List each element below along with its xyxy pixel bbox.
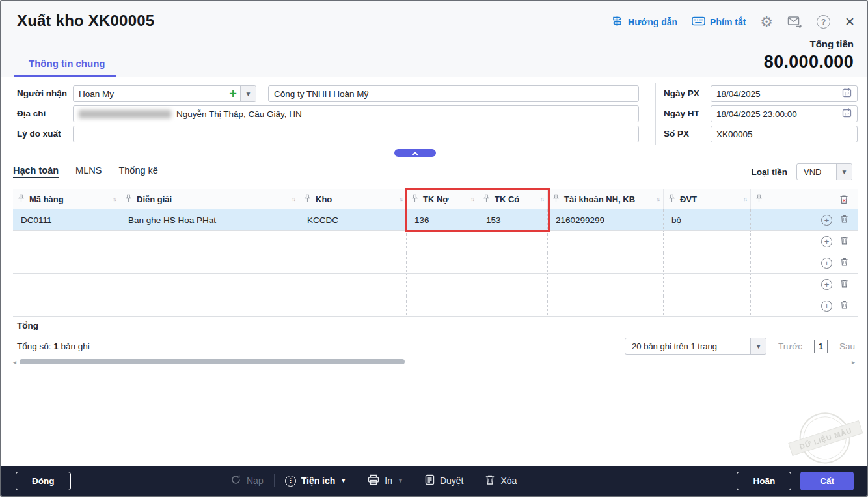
- delete-row-icon[interactable]: [840, 300, 848, 312]
- calendar-icon[interactable]: [842, 108, 852, 120]
- doc-no-input[interactable]: [711, 126, 858, 142]
- collapse-form-button[interactable]: [394, 149, 436, 157]
- recipient-company-input[interactable]: [268, 85, 639, 102]
- date-ht-input[interactable]: 18/04/2025 23:00:00: [711, 105, 858, 122]
- table-row-empty[interactable]: +: [13, 231, 858, 252]
- scroll-left-arrow[interactable]: ◂: [13, 358, 20, 366]
- reload-button[interactable]: Nạp: [230, 474, 264, 487]
- shortcuts-link[interactable]: Phím tắt: [692, 16, 746, 28]
- close-button[interactable]: Đóng: [16, 472, 71, 490]
- pin-icon[interactable]: [412, 194, 418, 204]
- column-header-kho[interactable]: Kho↑↓: [299, 189, 407, 209]
- general-info-form: Người nhận + ▼ Địa chỉ Nguyễn Thị Thập, …: [1, 77, 867, 150]
- sort-icon[interactable]: ↑↓: [113, 196, 116, 202]
- table-row-empty[interactable]: +: [13, 295, 858, 317]
- column-header-empty[interactable]: [751, 189, 800, 209]
- utilities-icon: ⋮: [285, 476, 296, 487]
- recipient-dropdown-arrow[interactable]: ▼: [240, 86, 256, 101]
- total-amount-label: Tổng tiền: [764, 38, 854, 49]
- sort-icon[interactable]: ↑↓: [540, 196, 543, 202]
- scrollbar-thumb[interactable]: [20, 359, 405, 364]
- add-row-icon[interactable]: +: [821, 215, 832, 226]
- total-amount-value: 80.000.000: [764, 52, 854, 72]
- sort-icon[interactable]: ↑↓: [292, 196, 295, 202]
- form-divider: [655, 83, 656, 145]
- add-row-icon[interactable]: +: [821, 236, 832, 247]
- cell-dien-giai[interactable]: Ban ghe HS Hoa PHat: [120, 209, 299, 230]
- scrollbar-track[interactable]: [20, 359, 848, 364]
- pin-icon[interactable]: [305, 194, 310, 204]
- pin-icon[interactable]: [126, 194, 131, 204]
- cell-tk-co[interactable]: 153: [478, 209, 548, 230]
- send-feedback-icon[interactable]: [787, 16, 802, 28]
- column-header-ma-hang[interactable]: Mã hàng↑↓: [13, 189, 120, 209]
- close-icon[interactable]: ✕: [845, 14, 855, 29]
- recipient-combobox[interactable]: + ▼: [73, 85, 256, 102]
- table-row[interactable]: DC0111 Ban ghe HS Hoa PHat KCCDC 136 153…: [13, 209, 858, 231]
- add-recipient-icon[interactable]: +: [226, 86, 240, 101]
- chevron-down-icon[interactable]: ▼: [398, 477, 403, 484]
- pin-icon[interactable]: [756, 194, 762, 204]
- window-header: Xuất kho XK00005 Hướng dẫn Phím tắt: [1, 1, 867, 77]
- column-header-dien-giai[interactable]: Diễn giải↑↓: [120, 189, 299, 209]
- settings-gear-icon[interactable]: ⚙: [760, 15, 773, 29]
- document-icon: [425, 474, 435, 487]
- currency-select[interactable]: VND ▼: [796, 163, 852, 180]
- column-header-tk-co[interactable]: TK Có↑↓: [478, 189, 548, 209]
- pin-icon[interactable]: [483, 194, 489, 204]
- scroll-right-arrow[interactable]: ▸: [848, 358, 855, 366]
- calendar-icon[interactable]: [842, 88, 852, 100]
- sort-icon[interactable]: ↑↓: [743, 196, 746, 202]
- add-row-icon[interactable]: +: [821, 301, 832, 312]
- accounting-grid: Mã hàng↑↓ Diễn giải↑↓ Kho↑↓ TK Nợ↑↓ TK C…: [13, 189, 858, 334]
- cell-tk-no[interactable]: 136: [407, 209, 478, 230]
- tab-hach-toan[interactable]: Hạch toán: [13, 165, 59, 176]
- reason-input[interactable]: [73, 126, 639, 142]
- delete-row-icon[interactable]: [840, 214, 848, 226]
- guide-link[interactable]: Hướng dẫn: [611, 15, 677, 29]
- tab-thong-ke[interactable]: Thống kê: [118, 165, 157, 176]
- action-bar: Đóng Nạp ⋮ Tiện ích ▼: [1, 466, 867, 496]
- date-px-input[interactable]: 18/04/2025: [711, 85, 858, 102]
- next-page-button[interactable]: Sau: [839, 342, 855, 351]
- print-button[interactable]: In ▼: [368, 474, 403, 487]
- cell-tai-khoan[interactable]: 2160299299: [548, 209, 664, 230]
- current-page[interactable]: 1: [814, 340, 828, 353]
- sort-icon[interactable]: ↑↓: [656, 196, 659, 202]
- pin-icon[interactable]: [669, 194, 675, 204]
- column-header-tai-khoan[interactable]: Tài khoản NH, KB↑↓: [548, 189, 664, 209]
- tab-mlns[interactable]: MLNS: [75, 165, 102, 176]
- prev-page-button[interactable]: Trước: [778, 342, 802, 351]
- postpone-button[interactable]: Hoãn: [737, 472, 791, 490]
- cell-kho[interactable]: KCCDC: [299, 209, 407, 230]
- delete-button[interactable]: Xóa: [485, 474, 517, 487]
- save-button[interactable]: Cất: [800, 472, 854, 490]
- table-row-empty[interactable]: +: [13, 274, 858, 295]
- delete-row-icon[interactable]: [840, 257, 848, 269]
- delete-row-icon[interactable]: [840, 235, 848, 247]
- column-header-tk-no[interactable]: TK Nợ↑↓: [407, 189, 478, 209]
- approve-button[interactable]: Duyệt: [425, 474, 464, 487]
- recipient-input[interactable]: [74, 86, 226, 101]
- horizontal-scrollbar[interactable]: ◂ ▸: [13, 358, 855, 365]
- delete-all-icon[interactable]: ✕: [839, 195, 848, 204]
- pin-icon[interactable]: [553, 194, 559, 204]
- add-row-icon[interactable]: +: [821, 258, 832, 269]
- per-page-select[interactable]: 20 bản ghi trên 1 trang ▼: [625, 338, 766, 355]
- cell-ma-hang[interactable]: DC0111: [13, 209, 120, 230]
- cell-dvt[interactable]: bộ: [664, 209, 751, 230]
- detail-tabs: Hạch toán MLNS Thống kê: [13, 165, 158, 176]
- chevron-down-icon[interactable]: ▼: [836, 164, 852, 180]
- table-row-empty[interactable]: +: [13, 252, 858, 274]
- utilities-button[interactable]: ⋮ Tiện ích ▼: [285, 476, 347, 487]
- column-header-dvt[interactable]: ĐVT↑↓: [664, 189, 751, 209]
- address-input[interactable]: Nguyễn Thị Thập, Cầu Giấy, HN: [73, 105, 639, 122]
- pin-icon[interactable]: [18, 194, 24, 204]
- sort-icon[interactable]: ↑↓: [470, 196, 474, 202]
- help-icon[interactable]: ?: [817, 15, 830, 29]
- sort-icon[interactable]: ↑↓: [399, 196, 402, 202]
- add-row-icon[interactable]: +: [821, 279, 832, 290]
- tab-general-info[interactable]: Thông tin chung: [14, 58, 116, 77]
- delete-row-icon[interactable]: [840, 278, 848, 290]
- chevron-down-icon[interactable]: ▼: [750, 338, 766, 354]
